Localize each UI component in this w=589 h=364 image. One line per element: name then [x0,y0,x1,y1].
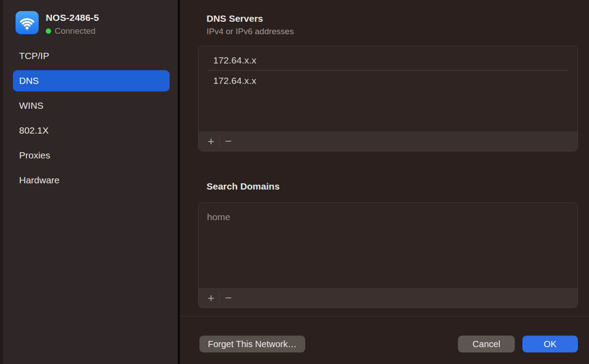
dns-server-row[interactable]: 172.64.x.x [199,71,577,91]
sidebar-item-8021x[interactable]: 802.1X [13,120,170,141]
add-dns-server-button[interactable]: + [203,131,219,151]
remove-search-domain-button[interactable]: − [220,288,237,308]
sidebar-item-dns[interactable]: DNS [13,70,170,91]
dns-servers-listbox: 172.64.x.x 172.64.x.x + − [198,46,578,151]
sidebar-nav: TCP/IP DNS WINS 802.1X Proxies Hardware [3,36,178,191]
wifi-glyph [16,11,39,34]
add-search-domain-button[interactable]: + [203,288,219,308]
ok-button[interactable]: OK [522,336,578,352]
plus-icon: + [207,135,214,147]
dialog-footer: Forget This Network… Cancel OK [180,336,589,352]
network-name: NOS-2486-5 [46,12,99,23]
dns-servers-subtitle: IPv4 or IPv6 addresses [207,27,578,36]
green-dot-icon [46,28,51,34]
search-domain-row[interactable]: home [199,207,577,227]
network-meta: NOS-2486-5 Connected [46,11,99,36]
remove-dns-server-button[interactable]: − [220,131,237,151]
window-edge [0,0,3,364]
wifi-icon [16,11,39,34]
sidebar-item-tcpip[interactable]: TCP/IP [13,45,170,67]
main-content: DNS Servers IPv4 or IPv6 addresses 172.6… [180,0,589,317]
network-header: NOS-2486-5 Connected [3,0,178,36]
dns-servers-footer: + − [199,131,577,151]
network-status-label: Connected [55,26,96,36]
sidebar-item-hardware[interactable]: Hardware [13,170,170,191]
network-details-window: NOS-2486-5 Connected TCP/IP DNS WINS 802… [0,0,589,364]
minus-icon: − [225,292,231,304]
sidebar-item-wins[interactable]: WINS [13,95,170,116]
plus-icon: + [207,292,214,304]
dns-server-row[interactable]: 172.64.x.x [199,50,577,70]
forget-this-network-button[interactable]: Forget This Network… [199,336,305,352]
sidebar-item-proxies[interactable]: Proxies [13,145,170,166]
search-domains-title: Search Domains [207,181,578,192]
section-gap [198,151,578,170]
footer-divider [180,316,589,317]
search-domains-rows: home [199,203,577,287]
dns-servers-title: DNS Servers [207,13,578,24]
search-domains-listbox: home + − [198,202,578,308]
minus-icon: − [225,135,231,147]
dns-servers-rows: 172.64.x.x 172.64.x.x [199,46,577,131]
cancel-button[interactable]: Cancel [458,336,515,352]
search-domains-footer: + − [199,287,577,308]
network-status: Connected [46,26,99,36]
sidebar: NOS-2486-5 Connected TCP/IP DNS WINS 802… [3,0,178,364]
main-panel: DNS Servers IPv4 or IPv6 addresses 172.6… [180,0,589,364]
